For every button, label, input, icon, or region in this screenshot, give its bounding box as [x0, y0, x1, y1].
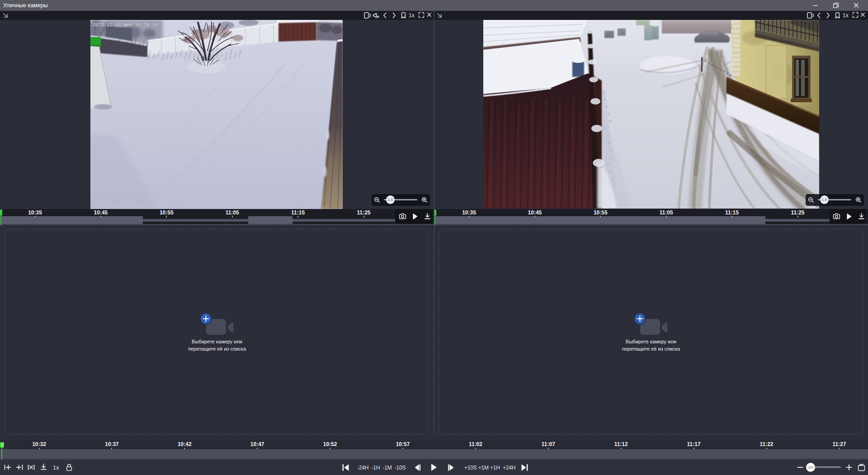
svg-text:2023-12-13 Wed 10:29:19: 2023-12-13 Wed 10:29:19	[92, 22, 158, 28]
